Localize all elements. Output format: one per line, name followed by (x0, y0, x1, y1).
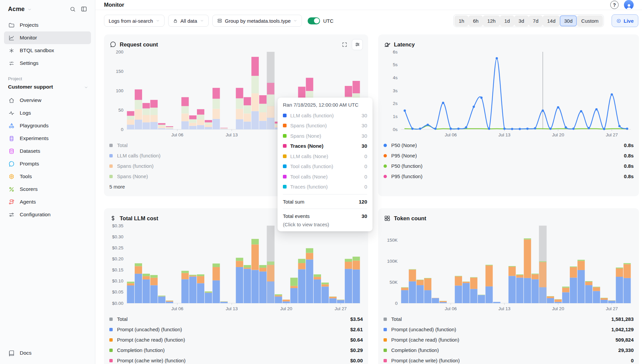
legend-label: Prompt (cache read) (function) (117, 337, 185, 343)
sidebar-item-projects[interactable]: Projects (4, 19, 91, 31)
data-filter-button[interactable]: All data (168, 15, 209, 27)
time-range-7d[interactable]: 7d (529, 15, 543, 26)
time-range-6h[interactable]: 6h (468, 15, 483, 26)
lock-icon (173, 18, 178, 23)
sidebar-item-overview[interactable]: Overview (4, 94, 91, 107)
collapse-sidebar-icon[interactable] (80, 5, 88, 13)
legend-row[interactable]: Prompt (cache write) (function)0 (384, 355, 634, 364)
project-name: Customer support (8, 84, 53, 90)
project-switcher[interactable]: Customer support (0, 83, 95, 93)
sidebar-item-monitor[interactable]: Monitor (4, 31, 91, 44)
time-range-custom[interactable]: Custom (577, 15, 603, 26)
legend-swatch (109, 154, 113, 157)
expand-chart-icon[interactable] (340, 40, 348, 48)
scope-filter-button[interactable]: Logs from ai-search (104, 15, 165, 27)
svg-text:6s: 6s (393, 50, 398, 54)
sidebar-item-configuration[interactable]: Configuration (4, 208, 91, 221)
legend-row[interactable]: Completion (function)29,330 (384, 345, 634, 355)
series-value: 0 (364, 184, 367, 190)
svg-text:Jul 13: Jul 13 (499, 306, 511, 311)
search-icon[interactable] (68, 5, 77, 13)
legend-row[interactable]: Prompt (uncached) (function)1,042,129 (384, 324, 634, 335)
avatar[interactable] (624, 0, 634, 10)
legend-row[interactable]: Total$3.54 (109, 314, 363, 324)
sidebar-item-agents[interactable]: Agents (4, 196, 91, 208)
legend-value: 0.8s (624, 153, 634, 158)
svg-text:$0.00: $0.00 (112, 301, 123, 306)
chart-tooltip: Ran 7/18/2025, 12:00:00 AM UTC LLM calls… (278, 98, 372, 231)
series-label: Spans (None) (290, 133, 321, 139)
sidebar-item-label: Prompts (20, 161, 39, 167)
config-icon (8, 211, 15, 218)
time-range-1h[interactable]: 1h (454, 15, 469, 26)
shapes-icon (8, 122, 15, 129)
token-count-card: Token count050K100K150KJul 06Jul 13Jul 2… (378, 208, 639, 364)
series-label: Traces (function) (290, 184, 328, 190)
sidebar-item-docs[interactable]: Docs (4, 347, 91, 359)
tooltip-total-events[interactable]: Total events30 (283, 211, 367, 221)
sidebar-item-datasets[interactable]: Datasets (4, 145, 91, 157)
sidebar-item-settings[interactable]: Settings (4, 57, 91, 70)
time-range-12h[interactable]: 12h (483, 15, 500, 26)
time-range-3d[interactable]: 3d (514, 15, 529, 26)
sidebar-item-label: Agents (20, 199, 36, 205)
org-name[interactable]: Acme (8, 6, 25, 13)
help-button[interactable]: ? (610, 1, 619, 9)
legend-label: Total (391, 316, 402, 322)
svg-text:$0.10: $0.10 (112, 278, 123, 283)
main-area: Monitor ? Logs from ai-search All data G… (95, 0, 642, 364)
token-count-chart[interactable]: 050K100K150KJul 06Jul 13Jul 20Jul 27 (384, 224, 634, 313)
svg-text:150: 150 (116, 69, 123, 74)
live-button[interactable]: Live (612, 14, 638, 27)
series-value: 30 (361, 133, 367, 139)
utc-label: UTC (323, 18, 333, 24)
sidebar-item-scorers[interactable]: Scorers (4, 183, 91, 196)
legend-swatch (384, 338, 387, 342)
legend-swatch (384, 349, 387, 352)
time-range-30d[interactable]: 30d (560, 15, 577, 26)
svg-text:$0.05: $0.05 (112, 289, 123, 294)
legend-row[interactable]: Prompt (uncached) (function)$2.61 (109, 324, 363, 335)
svg-text:200: 200 (116, 50, 123, 54)
series-swatch (283, 124, 287, 127)
legend-swatch (109, 338, 113, 342)
sidebar-item-logs[interactable]: Logs (4, 107, 91, 119)
svg-text:4s: 4s (393, 75, 398, 80)
tooltip-row: Traces (None)30 (283, 141, 367, 151)
sidebar-item-btql-sandbox[interactable]: BTQL sandbox (4, 44, 91, 57)
sliders-icon (8, 60, 15, 67)
time-range-1d[interactable]: 1d (500, 15, 514, 26)
legend-row[interactable]: Prompt (cache write) (function)$0.00 (109, 355, 363, 364)
legend-row[interactable]: P95 (function)0.8s (384, 171, 634, 181)
sidebar-item-prompts[interactable]: Prompts (4, 157, 91, 170)
utc-toggle[interactable] (308, 17, 320, 24)
legend-row[interactable]: Prompt (cache read) (function)$0.64 (109, 335, 363, 345)
latency-chart[interactable]: 0s1s2s3s4s5s6sJul 06Jul 13Jul 20Jul 27 (384, 50, 634, 139)
svg-text:0s: 0s (393, 127, 398, 132)
group-by-button[interactable]: Group by metadata.tools.type (212, 15, 302, 27)
page-title: Monitor (104, 2, 124, 8)
chat-icon (109, 41, 116, 48)
time-range-14d[interactable]: 14d (543, 15, 560, 26)
legend-row[interactable]: Completion (function)$0.29 (109, 345, 363, 355)
legend-row[interactable]: Total1,581,283 (384, 314, 634, 324)
legend-row[interactable]: P50 (None)0.8s (384, 140, 634, 150)
home-icon (8, 97, 15, 104)
chart-settings-button[interactable] (352, 39, 363, 50)
legend-row[interactable]: P50 (function)0.8s (384, 161, 634, 171)
legend-row[interactable]: Prompt (cache read) (function)509,824 (384, 335, 634, 345)
chevron-down-icon (27, 7, 32, 12)
sidebar-item-playgrounds[interactable]: Playgrounds (4, 119, 91, 132)
sidebar-item-experiments[interactable]: Experiments (4, 132, 91, 145)
chevron-down-icon (156, 19, 160, 23)
total-llm-cost-legend: Total$3.54Prompt (uncached) (function)$2… (109, 314, 363, 364)
snail-icon (384, 41, 391, 48)
series-label: Traces (None) (290, 143, 323, 149)
legend-label: LLM calls (function) (117, 153, 160, 158)
total-llm-cost-chart[interactable]: $0.00$0.05$0.10$0.15$0.20$0.25$0.30$0.35… (109, 224, 363, 313)
chevron-down-icon (84, 85, 88, 90)
legend-swatch (384, 164, 387, 168)
svg-text:2s: 2s (393, 101, 398, 106)
sidebar-item-tools[interactable]: Tools (4, 170, 91, 183)
legend-row[interactable]: P95 (None)0.8s (384, 150, 634, 161)
